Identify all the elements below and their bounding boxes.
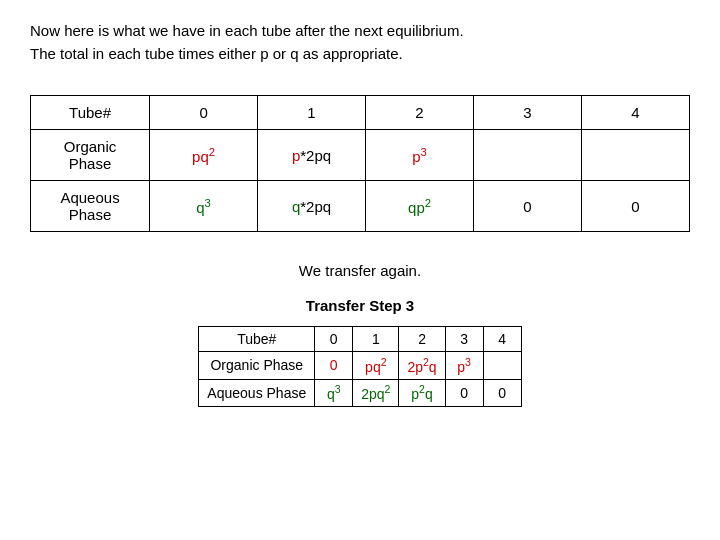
small-organic-1: pq2	[353, 352, 399, 380]
big-table-header-5: 4	[582, 96, 690, 130]
organic-cell-0: pq2	[150, 130, 258, 181]
aqueous-cell-4: 0	[582, 181, 690, 232]
organic-phase-label: OrganicPhase	[31, 130, 150, 181]
aqueous-cell-3: 0	[474, 181, 582, 232]
aqueous-cell-2: qp2	[366, 181, 474, 232]
small-table: Tube# 0 1 2 3 4 Organic Phase 0 pq2 2p2q…	[198, 326, 521, 407]
small-organic-3: p3	[445, 352, 483, 380]
big-table: Tube# 0 1 2 3 4 OrganicPhase pq2 p*2pq p…	[30, 95, 690, 232]
small-aqueous-3: 0	[445, 379, 483, 407]
small-organic-0: 0	[315, 352, 353, 380]
big-table-header-2: 1	[258, 96, 366, 130]
transfer-title: Transfer Step 3	[30, 297, 690, 314]
intro-text: Now here is what we have in each tube af…	[30, 20, 690, 65]
small-aqueous-2: p2q	[399, 379, 445, 407]
small-header-label: Tube#	[199, 327, 315, 352]
big-table-row-aqueous: AqueousPhase q3 q*2pq qp2 0 0	[31, 181, 690, 232]
small-organic-label: Organic Phase	[199, 352, 315, 380]
aqueous-cell-0: q3	[150, 181, 258, 232]
small-aqueous-0: q3	[315, 379, 353, 407]
transfer-text: We transfer again.	[30, 262, 690, 279]
organic-cell-2: p3	[366, 130, 474, 181]
aqueous-cell-1: q*2pq	[258, 181, 366, 232]
small-header-3: 3	[445, 327, 483, 352]
small-aqueous-1: 2pq2	[353, 379, 399, 407]
big-table-header-3: 2	[366, 96, 474, 130]
aqueous-phase-label: AqueousPhase	[31, 181, 150, 232]
small-row-organic: Organic Phase 0 pq2 2p2q p3	[199, 352, 521, 380]
big-table-row-organic: OrganicPhase pq2 p*2pq p3	[31, 130, 690, 181]
organic-cell-4	[582, 130, 690, 181]
small-row-aqueous: Aqueous Phase q3 2pq2 p2q 0 0	[199, 379, 521, 407]
small-organic-4	[483, 352, 521, 380]
organic-cell-3	[474, 130, 582, 181]
small-aqueous-label: Aqueous Phase	[199, 379, 315, 407]
small-aqueous-4: 0	[483, 379, 521, 407]
small-header-2: 2	[399, 327, 445, 352]
small-header-4: 4	[483, 327, 521, 352]
big-table-header-1: 0	[150, 96, 258, 130]
organic-cell-1: p*2pq	[258, 130, 366, 181]
big-table-header-0: Tube#	[31, 96, 150, 130]
big-table-header-4: 3	[474, 96, 582, 130]
small-header-1: 1	[353, 327, 399, 352]
small-organic-2: 2p2q	[399, 352, 445, 380]
small-header-0: 0	[315, 327, 353, 352]
small-table-wrap: Tube# 0 1 2 3 4 Organic Phase 0 pq2 2p2q…	[30, 326, 690, 407]
